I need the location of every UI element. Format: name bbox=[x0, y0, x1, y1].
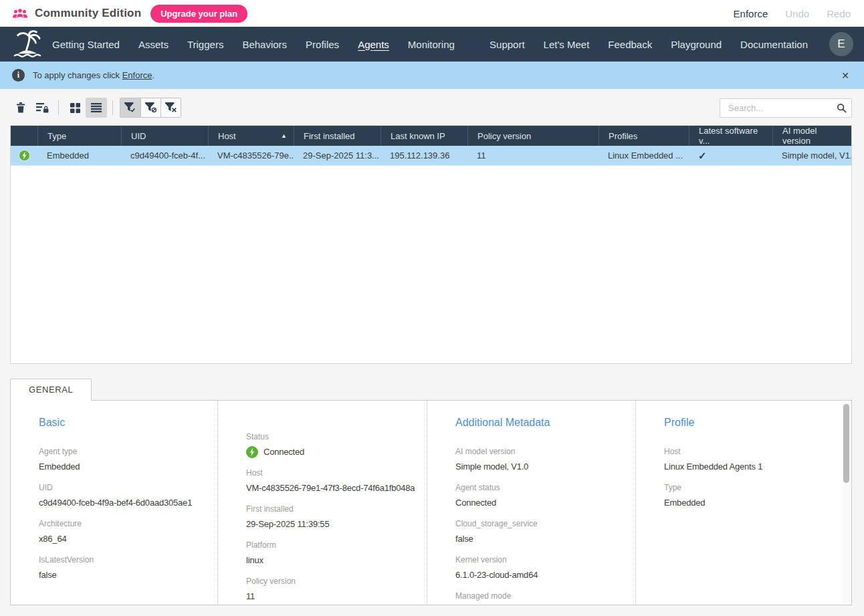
main-navbar: Getting Started Assets Triggers Behavior… bbox=[0, 27, 864, 62]
column-header-first-installed[interactable]: First installed bbox=[294, 126, 381, 146]
search-box bbox=[720, 98, 852, 118]
banner-enforce-link[interactable]: Enforce bbox=[122, 70, 152, 80]
funnel-check-icon bbox=[124, 102, 136, 113]
field-label-profile-host: Host bbox=[664, 446, 851, 457]
trash-icon bbox=[16, 102, 25, 113]
cell-host: VM-c4835526-79e... bbox=[208, 146, 294, 165]
column-header-latest-software[interactable]: Latest software v... bbox=[689, 126, 772, 146]
field-label-agent-type: Agent type bbox=[39, 446, 217, 457]
field-value-profile-host: Linux Embedded Agents 1 bbox=[664, 460, 851, 473]
field-value-cloud-storage-service: false bbox=[455, 532, 635, 545]
field-value-host: VM-c4835526-79e1-47f3-8ecd-74f6a1fb048a bbox=[246, 482, 427, 494]
field-label-managed-mode: Managed mode bbox=[455, 591, 635, 601]
banner-text-after: . bbox=[152, 70, 155, 80]
nav-item-behaviors[interactable]: Behaviors bbox=[242, 39, 287, 50]
nav-item-getting-started[interactable]: Getting Started bbox=[52, 39, 120, 50]
cell-policy-version: 11 bbox=[467, 146, 599, 165]
field-value-ai-model-version: Simple model, V1.0 bbox=[455, 460, 635, 473]
nav-item-feedback[interactable]: Feedback bbox=[608, 39, 652, 50]
nav-item-playground[interactable]: Playground bbox=[671, 39, 722, 50]
list-view-icon bbox=[91, 103, 102, 112]
panel-scrollbar-thumb[interactable] bbox=[843, 404, 849, 483]
section-title: Basic bbox=[39, 415, 217, 430]
sort-asc-icon: ▲ bbox=[281, 132, 287, 139]
redo-button[interactable]: Redo bbox=[827, 8, 851, 19]
column-header-ai-model[interactable]: AI model version bbox=[772, 126, 851, 146]
field-label-islatestversion: IsLatestVersion bbox=[39, 554, 217, 565]
filter-button-group bbox=[120, 98, 181, 118]
tab-general[interactable]: GENERAL bbox=[10, 379, 92, 401]
nav-item-profiles[interactable]: Profiles bbox=[306, 39, 339, 50]
field-label-profile-type: Type bbox=[664, 482, 851, 493]
search-icon bbox=[837, 103, 847, 113]
nav-item-assets[interactable]: Assets bbox=[138, 39, 169, 50]
agents-toolbar bbox=[10, 97, 852, 118]
agent-details-panel: Basic Agent typeEmbedded UIDc9d49400-fce… bbox=[10, 400, 852, 605]
column-header-profiles[interactable]: Profiles bbox=[599, 126, 689, 146]
cell-ai-model-version: Simple model, V1.0 bbox=[772, 146, 851, 165]
list-view-button[interactable] bbox=[86, 98, 107, 118]
details-section-basic: Basic Agent typeEmbedded UIDc9d49400-fce… bbox=[11, 401, 218, 605]
nav-item-support[interactable]: Support bbox=[490, 39, 525, 50]
column-header-uid[interactable]: UID bbox=[121, 126, 208, 146]
cell-profiles: Linux Embedded ... bbox=[599, 146, 689, 165]
grid-view-button[interactable] bbox=[64, 98, 86, 118]
field-value-uid: c9d49400-fceb-4f9a-bef4-6d0aad305ae1 bbox=[39, 496, 217, 509]
field-label-kernel-version: Kernel version bbox=[455, 554, 635, 565]
field-value-first-installed: 29-Sep-2025 11:39:55 bbox=[246, 518, 427, 530]
table-empty-area bbox=[11, 166, 851, 363]
connected-status-icon bbox=[246, 446, 258, 458]
export-lock-button[interactable] bbox=[31, 98, 53, 118]
details-section-profile: Profile HostLinux Embedded Agents 1 Type… bbox=[636, 401, 851, 605]
nav-item-monitoring[interactable]: Monitoring bbox=[408, 39, 455, 50]
column-header-host-label: Host bbox=[218, 131, 236, 141]
field-value-status: Connected bbox=[263, 445, 304, 458]
details-section-additional-metadata: Additional Metadata AI model versionSimp… bbox=[427, 401, 636, 605]
nav-item-lets-meet[interactable]: Let's Meet bbox=[544, 39, 590, 50]
column-header-last-known-ip[interactable]: Last known IP bbox=[381, 126, 467, 146]
table-header-row: Type UID Host ▲ First installed Last kno… bbox=[11, 126, 851, 146]
field-value-policy-version: 11 bbox=[246, 590, 427, 603]
info-banner: i To apply changes click Enforce. ✕ bbox=[0, 62, 864, 89]
palm-island-logo bbox=[12, 30, 43, 58]
top-bar: Community Edition Upgrade your plan Enfo… bbox=[0, 0, 864, 27]
connected-status-icon bbox=[19, 150, 30, 161]
column-header-host[interactable]: Host ▲ bbox=[208, 126, 294, 146]
details-section-status: Status Connected HostVM-c4835526-79e1-47… bbox=[218, 401, 427, 605]
funnel-x-icon bbox=[165, 102, 177, 113]
field-label-host: Host bbox=[246, 468, 427, 478]
undo-button[interactable]: Undo bbox=[785, 8, 809, 19]
field-label-agent-status: Agent status bbox=[455, 482, 635, 493]
enforce-button[interactable]: Enforce bbox=[734, 8, 768, 19]
field-label-ai-model-version: AI model version bbox=[455, 446, 635, 457]
column-header-policy-version[interactable]: Policy version bbox=[467, 126, 599, 146]
field-label-uid: UID bbox=[39, 482, 217, 493]
search-submit-button[interactable] bbox=[833, 100, 849, 116]
filter-disable-button[interactable] bbox=[140, 98, 160, 117]
edition-label: Community Edition bbox=[35, 7, 141, 20]
field-value-islatestversion: false bbox=[39, 569, 217, 581]
cell-last-known-ip: 195.112.139.36 bbox=[381, 146, 467, 165]
filter-clear-button[interactable] bbox=[160, 98, 181, 117]
field-value-agent-status: Connected bbox=[455, 496, 635, 509]
info-icon: i bbox=[12, 69, 25, 82]
nav-item-agents[interactable]: Agents bbox=[358, 39, 389, 50]
field-value-platform: linux bbox=[246, 554, 427, 567]
agent-table-row[interactable]: Embedded c9d49400-fceb-4f... VM-c4835526… bbox=[11, 146, 851, 166]
delete-button[interactable] bbox=[10, 98, 31, 118]
search-input[interactable] bbox=[720, 98, 852, 118]
field-label-cloud-storage-service: Cloud_storage_service bbox=[455, 518, 635, 529]
main-content: Type UID Host ▲ First installed Last kno… bbox=[0, 89, 864, 605]
filter-apply-button[interactable] bbox=[120, 98, 140, 117]
upgrade-plan-button[interactable]: Upgrade your plan bbox=[150, 5, 247, 23]
nav-item-documentation[interactable]: Documentation bbox=[740, 39, 808, 50]
nav-item-triggers[interactable]: Triggers bbox=[187, 39, 223, 50]
field-value-agent-type: Embedded bbox=[39, 460, 217, 473]
user-avatar[interactable]: E bbox=[829, 32, 853, 56]
cell-type: Embedded bbox=[37, 146, 121, 165]
column-header-type[interactable]: Type bbox=[37, 126, 121, 146]
banner-close-icon[interactable]: ✕ bbox=[840, 68, 851, 84]
cell-first-installed: 29-Sep-2025 11:3... bbox=[294, 146, 381, 165]
banner-message: To apply changes click Enforce. bbox=[33, 70, 154, 80]
section-title: Additional Metadata bbox=[455, 415, 635, 430]
